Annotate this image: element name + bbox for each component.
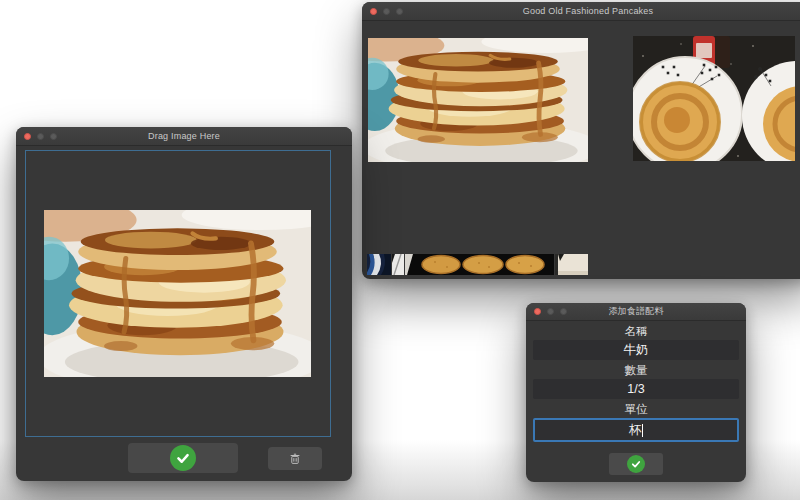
blue-plate-thumb[interactable] <box>367 254 391 275</box>
unit-input[interactable]: 杯 <box>533 418 739 442</box>
window-title: 添加食譜配料 <box>608 305 663 318</box>
zoom-button[interactable] <box>560 308 567 315</box>
delete-button[interactable] <box>268 447 322 470</box>
confirm-button[interactable] <box>128 443 238 473</box>
quantity-input[interactable]: 1/3 <box>533 379 739 399</box>
traffic-lights <box>534 303 567 320</box>
window-title: Drag Image Here <box>148 131 220 141</box>
ingredient-form: 名稱 牛奶 數量 1/3 單位 杯 <box>526 321 746 475</box>
confirm-button[interactable] <box>609 453 663 475</box>
check-icon <box>170 445 196 471</box>
minimize-button[interactable] <box>547 308 554 315</box>
unit-input-value: 杯 <box>629 422 642 439</box>
traffic-lights <box>370 2 403 20</box>
zoom-button[interactable] <box>50 133 57 140</box>
recipe-window: Good Old Fashioned Pancakes <box>362 2 800 279</box>
drag-window-titlebar[interactable]: Drag Image Here <box>16 127 352 146</box>
name-label: 名稱 <box>526 324 746 338</box>
close-button[interactable] <box>24 133 31 140</box>
minimize-button[interactable] <box>383 8 390 15</box>
pancake-stack-photo <box>44 210 311 377</box>
close-button[interactable] <box>534 308 541 315</box>
cream-thumb[interactable] <box>555 254 588 275</box>
name-input-value: 牛奶 <box>624 342 649 359</box>
traffic-lights <box>24 127 57 145</box>
window-title: Good Old Fashioned Pancakes <box>523 6 653 16</box>
add-ingredient-window: 添加食譜配料 名稱 牛奶 數量 1/3 單位 杯 <box>526 303 746 482</box>
quantity-input-value: 1/3 <box>627 382 644 396</box>
white-card-thumb[interactable] <box>392 254 404 275</box>
pancakes-on-plates-photo <box>633 36 795 161</box>
pancake-stack-photo <box>368 38 588 162</box>
zoom-button[interactable] <box>396 8 403 15</box>
image-drop-zone[interactable] <box>25 150 331 437</box>
check-icon <box>627 455 645 473</box>
desktop: Good Old Fashioned Pancakes <box>0 0 800 500</box>
recipe-window-titlebar[interactable]: Good Old Fashioned Pancakes <box>362 2 800 21</box>
unit-label: 單位 <box>526 402 746 416</box>
text-cursor <box>642 424 643 437</box>
griddle-pancakes-thumb[interactable] <box>405 254 554 275</box>
minimize-button[interactable] <box>37 133 44 140</box>
thumbnail-strip <box>367 254 588 275</box>
quantity-label: 數量 <box>526 363 746 377</box>
close-button[interactable] <box>370 8 377 15</box>
form-window-titlebar[interactable]: 添加食譜配料 <box>526 303 746 321</box>
drag-image-window: Drag Image Here <box>16 127 352 481</box>
trash-icon <box>288 452 302 466</box>
name-input[interactable]: 牛奶 <box>533 340 739 360</box>
